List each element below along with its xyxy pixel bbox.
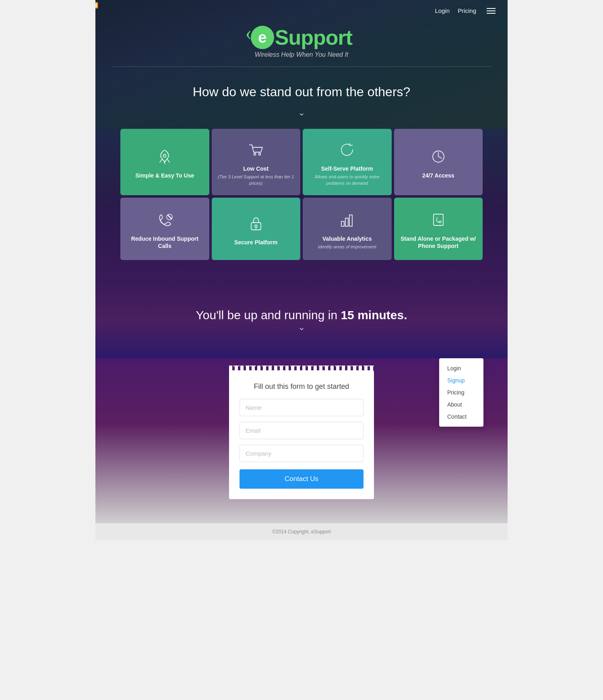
feature-title-247: 24/7 Access: [422, 172, 454, 179]
svg-line-6: [438, 157, 442, 158]
dropdown-login[interactable]: Login: [439, 362, 483, 374]
hamburger-line1: [487, 8, 496, 9]
logo: 📶 e Support: [251, 25, 352, 50]
contact-us-button[interactable]: Contact Us: [240, 469, 363, 489]
rocket-icon: [156, 148, 173, 168]
nav-login[interactable]: Login: [435, 7, 450, 14]
feature-title-standalone: Stand Alone or Packaged w/ Phone Support: [400, 235, 477, 250]
svg-rect-16: [434, 214, 443, 225]
svg-rect-15: [349, 215, 352, 226]
dropdown-contact[interactable]: Contact: [439, 411, 483, 423]
feature-card-secure[interactable]: Secure Platform: [212, 198, 301, 260]
feature-card-247[interactable]: 24/7 Access: [394, 129, 483, 195]
footer: ©2014 Copyright, eSupport: [95, 523, 508, 540]
feature-title-simple: Simple & Easy To Use: [135, 172, 194, 179]
running-section: You'll be up and running in 15 minutes. …: [95, 284, 508, 358]
svg-rect-13: [341, 221, 344, 226]
dropdown-pricing[interactable]: Pricing: [439, 386, 483, 399]
feature-title-self: Self-Serve Platform: [321, 165, 373, 172]
hamburger-menu[interactable]: [487, 8, 496, 14]
feature-card-self-serve[interactable]: Self-Serve Platform Allows end-users to …: [303, 129, 392, 195]
name-field[interactable]: [240, 399, 363, 416]
nav-pricing[interactable]: Pricing: [458, 7, 476, 14]
features-grid: Simple & Easy To Use Low Cost (Tier 3 Le…: [120, 129, 483, 260]
hero-heading: How do we stand out from the others?: [95, 72, 508, 107]
svg-line-9: [168, 215, 171, 219]
navbar: Login Pricing: [95, 0, 508, 21]
bar-chart-icon: [338, 211, 356, 231]
logo-area: 📶 e Support Wireless Help When You Need …: [95, 21, 508, 61]
feature-title-analytics: Valuable Analytics: [322, 235, 372, 242]
feature-card-analytics[interactable]: Valuable Analytics Identify areas of imp…: [303, 198, 392, 260]
feature-title-secure: Secure Platform: [234, 239, 277, 246]
form-title: Fill out this form to get started: [240, 382, 363, 391]
form-card: Fill out this form to get started Contac…: [229, 370, 374, 499]
chevron-down-icon-2: ⌄: [112, 322, 491, 342]
hero-content: Login Pricing 📶 e Support: [95, 0, 508, 128]
feature-title-reduce: Reduce Inbound Support Calls: [126, 235, 204, 250]
feature-subtitle-cost: (Tier 3 Level Support at less than tier …: [217, 174, 295, 186]
form-section: Fill out this form to get started Contac…: [95, 358, 508, 523]
feature-title-cost: Low Cost: [243, 165, 268, 172]
hamburger-line2: [487, 10, 496, 11]
svg-rect-14: [345, 218, 348, 226]
svg-point-3: [258, 153, 260, 155]
running-text: You'll be up and running in 15 minutes.: [112, 308, 491, 322]
copyright-text: ©2014 Copyright, eSupport: [272, 529, 331, 535]
dropdown-menu: Login Signup Pricing About Contact: [439, 358, 483, 427]
email-field[interactable]: [240, 422, 363, 439]
features-section: Simple & Easy To Use Low Cost (Tier 3 Le…: [95, 129, 508, 284]
logo-tagline: Wireless Help When You Need It: [95, 51, 508, 58]
phone-box-icon: [430, 211, 447, 231]
feature-card-standalone[interactable]: Stand Alone or Packaged w/ Phone Support: [394, 198, 483, 260]
feature-subtitle-analytics: Identify areas of improvement: [318, 244, 376, 250]
company-field[interactable]: [240, 445, 363, 462]
dropdown-signup[interactable]: Signup: [439, 374, 483, 386]
clock-icon: [430, 148, 447, 168]
dropdown-about[interactable]: About: [439, 399, 483, 411]
logo-e: e: [251, 26, 274, 49]
wifi-icon: 📶: [95, 2, 98, 8]
cart-icon: [247, 141, 265, 161]
running-bold: 15 minutes.: [341, 308, 407, 322]
feature-card-reduce[interactable]: Reduce Inbound Support Calls: [120, 198, 209, 260]
feature-card-simple-easy[interactable]: Simple & Easy To Use: [120, 129, 209, 195]
chevron-down-icon: ⌄: [95, 107, 508, 128]
svg-point-2: [254, 153, 256, 155]
logo-support-text: Support: [275, 25, 352, 50]
svg-point-0: [163, 155, 166, 157]
hamburger-line3: [487, 13, 496, 14]
feature-card-low-cost[interactable]: Low Cost (Tier 3 Level Support at less t…: [212, 129, 301, 195]
hero-divider: [112, 66, 491, 67]
hero-section: Login Pricing 📶 e Support: [95, 0, 508, 129]
phone-x-icon: [156, 211, 173, 231]
refresh-icon: [338, 141, 356, 161]
feature-subtitle-self: Allows end-users to quickly solve proble…: [308, 174, 386, 186]
lock-icon: [247, 215, 265, 235]
svg-point-11: [255, 225, 257, 227]
running-normal: You'll be up and running in: [196, 308, 341, 322]
